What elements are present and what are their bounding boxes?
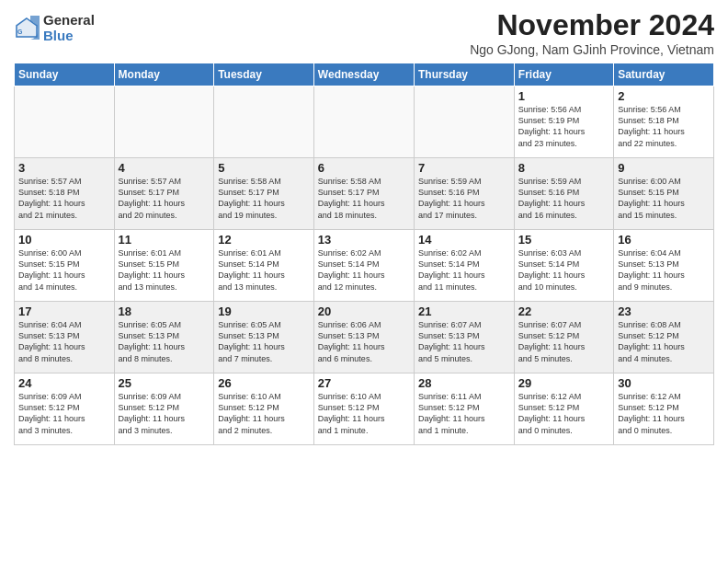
calendar-cell: 15Sunrise: 6:03 AM Sunset: 5:14 PM Dayli… xyxy=(514,230,613,302)
calendar-header-row: Sunday Monday Tuesday Wednesday Thursday… xyxy=(15,63,714,86)
calendar-cell: 19Sunrise: 6:05 AM Sunset: 5:13 PM Dayli… xyxy=(214,302,314,373)
day-number: 14 xyxy=(418,233,510,247)
calendar-cell: 25Sunrise: 6:09 AM Sunset: 5:12 PM Dayli… xyxy=(114,373,214,445)
day-number: 29 xyxy=(518,376,609,390)
day-number: 23 xyxy=(618,304,710,318)
day-number: 27 xyxy=(318,376,410,390)
svg-text:G: G xyxy=(17,29,23,35)
calendar-cell: 17Sunrise: 6:04 AM Sunset: 5:13 PM Dayli… xyxy=(15,302,115,373)
day-info: Sunrise: 6:10 AM Sunset: 5:12 PM Dayligh… xyxy=(318,391,410,436)
calendar-cell: 16Sunrise: 6:04 AM Sunset: 5:13 PM Dayli… xyxy=(614,230,714,302)
logo-general-text: General xyxy=(43,13,95,29)
day-number: 20 xyxy=(318,304,410,318)
day-info: Sunrise: 6:01 AM Sunset: 5:15 PM Dayligh… xyxy=(119,247,210,293)
calendar-cell: 9Sunrise: 6:00 AM Sunset: 5:15 PM Daylig… xyxy=(614,158,714,230)
calendar-cell: 27Sunrise: 6:10 AM Sunset: 5:12 PM Dayli… xyxy=(313,373,414,445)
day-info: Sunrise: 6:09 AM Sunset: 5:12 PM Dayligh… xyxy=(119,391,210,436)
day-info: Sunrise: 5:58 AM Sunset: 5:17 PM Dayligh… xyxy=(318,176,410,221)
header-wednesday: Wednesday xyxy=(313,63,414,86)
header-monday: Monday xyxy=(114,63,214,86)
day-info: Sunrise: 5:56 AM Sunset: 5:18 PM Dayligh… xyxy=(618,104,710,149)
calendar-cell: 30Sunrise: 6:12 AM Sunset: 5:12 PM Dayli… xyxy=(614,373,714,445)
calendar-cell: 5Sunrise: 5:58 AM Sunset: 5:17 PM Daylig… xyxy=(214,158,314,230)
calendar-cell: 6Sunrise: 5:58 AM Sunset: 5:17 PM Daylig… xyxy=(313,158,414,230)
day-number: 3 xyxy=(18,161,110,175)
day-info: Sunrise: 6:12 AM Sunset: 5:12 PM Dayligh… xyxy=(618,391,710,436)
day-number: 9 xyxy=(618,161,710,175)
calendar-cell: 18Sunrise: 6:05 AM Sunset: 5:13 PM Dayli… xyxy=(114,302,214,373)
day-number: 30 xyxy=(618,376,710,390)
calendar-cell: 20Sunrise: 6:06 AM Sunset: 5:13 PM Dayli… xyxy=(313,302,414,373)
calendar-cell: 3Sunrise: 5:57 AM Sunset: 5:18 PM Daylig… xyxy=(15,158,115,230)
day-info: Sunrise: 5:56 AM Sunset: 5:19 PM Dayligh… xyxy=(518,104,609,149)
day-number: 12 xyxy=(218,233,310,247)
calendar-cell: 10Sunrise: 6:00 AM Sunset: 5:15 PM Dayli… xyxy=(15,230,115,302)
header-sunday: Sunday xyxy=(15,63,115,86)
calendar-table: Sunday Monday Tuesday Wednesday Thursday… xyxy=(14,63,714,445)
day-number: 2 xyxy=(618,89,710,103)
location: Ngo GJong, Nam GJinh Province, Vietnam xyxy=(470,42,714,57)
day-info: Sunrise: 6:05 AM Sunset: 5:13 PM Dayligh… xyxy=(218,319,310,364)
day-info: Sunrise: 6:00 AM Sunset: 5:15 PM Dayligh… xyxy=(18,247,110,293)
day-number: 8 xyxy=(518,161,609,175)
calendar-cell: 7Sunrise: 5:59 AM Sunset: 5:16 PM Daylig… xyxy=(414,158,514,230)
calendar-week-4: 24Sunrise: 6:09 AM Sunset: 5:12 PM Dayli… xyxy=(15,373,714,445)
calendar-cell: 26Sunrise: 6:10 AM Sunset: 5:12 PM Dayli… xyxy=(214,373,314,445)
day-info: Sunrise: 6:01 AM Sunset: 5:14 PM Dayligh… xyxy=(218,247,310,293)
day-number: 11 xyxy=(119,233,210,247)
day-number: 15 xyxy=(518,233,609,247)
day-info: Sunrise: 5:59 AM Sunset: 5:16 PM Dayligh… xyxy=(518,176,609,221)
day-info: Sunrise: 6:07 AM Sunset: 5:13 PM Dayligh… xyxy=(418,319,510,364)
day-number: 10 xyxy=(18,233,110,247)
calendar-cell: 23Sunrise: 6:08 AM Sunset: 5:12 PM Dayli… xyxy=(614,302,714,373)
calendar-cell xyxy=(114,86,214,158)
header-thursday: Thursday xyxy=(414,63,514,86)
calendar-cell: 12Sunrise: 6:01 AM Sunset: 5:14 PM Dayli… xyxy=(214,230,314,302)
day-number: 26 xyxy=(218,376,310,390)
calendar-week-1: 3Sunrise: 5:57 AM Sunset: 5:18 PM Daylig… xyxy=(15,158,714,230)
calendar-cell: 14Sunrise: 6:02 AM Sunset: 5:14 PM Dayli… xyxy=(414,230,514,302)
day-number: 25 xyxy=(119,376,210,390)
calendar-cell xyxy=(15,86,115,158)
calendar-week-2: 10Sunrise: 6:00 AM Sunset: 5:15 PM Dayli… xyxy=(15,230,714,302)
day-info: Sunrise: 6:00 AM Sunset: 5:15 PM Dayligh… xyxy=(618,176,710,221)
day-number: 17 xyxy=(18,304,110,318)
day-info: Sunrise: 5:57 AM Sunset: 5:18 PM Dayligh… xyxy=(18,176,110,221)
day-number: 7 xyxy=(418,161,510,175)
page: G General Blue November 2024 Ngo GJong, … xyxy=(0,0,728,450)
day-number: 24 xyxy=(18,376,110,390)
calendar-cell: 21Sunrise: 6:07 AM Sunset: 5:13 PM Dayli… xyxy=(414,302,514,373)
day-number: 22 xyxy=(518,304,609,318)
day-info: Sunrise: 6:04 AM Sunset: 5:13 PM Dayligh… xyxy=(618,247,710,293)
month-title: November 2024 xyxy=(470,9,714,41)
day-info: Sunrise: 6:07 AM Sunset: 5:12 PM Dayligh… xyxy=(518,319,609,364)
logo-text: General Blue xyxy=(43,13,95,43)
calendar-week-0: 1Sunrise: 5:56 AM Sunset: 5:19 PM Daylig… xyxy=(15,86,714,158)
day-info: Sunrise: 5:57 AM Sunset: 5:17 PM Dayligh… xyxy=(119,176,210,221)
day-info: Sunrise: 6:03 AM Sunset: 5:14 PM Dayligh… xyxy=(518,247,609,293)
header-tuesday: Tuesday xyxy=(214,63,314,86)
header-friday: Friday xyxy=(514,63,613,86)
calendar-cell: 13Sunrise: 6:02 AM Sunset: 5:14 PM Dayli… xyxy=(313,230,414,302)
logo-blue-text: Blue xyxy=(43,29,95,44)
calendar-cell: 28Sunrise: 6:11 AM Sunset: 5:12 PM Dayli… xyxy=(414,373,514,445)
calendar-week-3: 17Sunrise: 6:04 AM Sunset: 5:13 PM Dayli… xyxy=(15,302,714,373)
day-info: Sunrise: 6:02 AM Sunset: 5:14 PM Dayligh… xyxy=(418,247,510,293)
calendar-cell: 11Sunrise: 6:01 AM Sunset: 5:15 PM Dayli… xyxy=(114,230,214,302)
calendar-cell xyxy=(313,86,414,158)
day-info: Sunrise: 6:11 AM Sunset: 5:12 PM Dayligh… xyxy=(418,391,510,436)
day-number: 6 xyxy=(318,161,410,175)
day-info: Sunrise: 6:04 AM Sunset: 5:13 PM Dayligh… xyxy=(18,319,110,364)
day-number: 28 xyxy=(418,376,510,390)
calendar-cell xyxy=(214,86,314,158)
logo-icon: G xyxy=(14,16,40,41)
day-number: 13 xyxy=(318,233,410,247)
day-info: Sunrise: 6:05 AM Sunset: 5:13 PM Dayligh… xyxy=(119,319,210,364)
day-number: 21 xyxy=(418,304,510,318)
day-number: 19 xyxy=(218,304,310,318)
calendar-cell: 22Sunrise: 6:07 AM Sunset: 5:12 PM Dayli… xyxy=(514,302,613,373)
day-number: 18 xyxy=(119,304,210,318)
day-info: Sunrise: 5:59 AM Sunset: 5:16 PM Dayligh… xyxy=(418,176,510,221)
calendar-cell: 1Sunrise: 5:56 AM Sunset: 5:19 PM Daylig… xyxy=(514,86,613,158)
day-info: Sunrise: 5:58 AM Sunset: 5:17 PM Dayligh… xyxy=(218,176,310,221)
